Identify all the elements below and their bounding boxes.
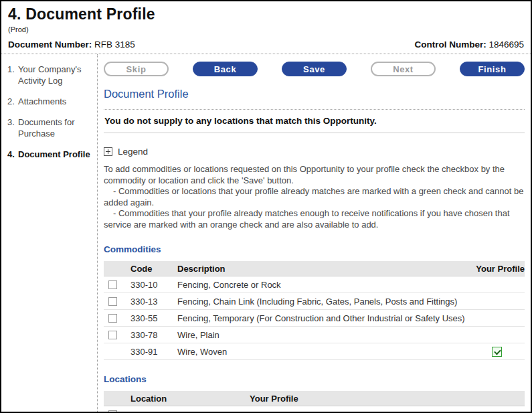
commodities-header-row: Code Description Your Profile [104,261,525,276]
commodity-code: 330-10 [130,280,177,290]
document-number-label: Document Number: [8,39,92,50]
sidebar-item-1[interactable]: 1.Your Company's Activity Log [7,64,94,86]
commodity-code: 330-91 [130,347,177,357]
commodity-checkbox-cell [104,280,130,289]
commodities-rows: 330-10Fencing, Concrete or Rock330-13Fen… [104,276,525,360]
commodity-row: 330-10Fencing, Concrete or Rock [104,276,525,293]
save-button[interactable]: Save [282,62,347,76]
page-body: 1.Your Company's Activity Log2.Attachmen… [1,54,531,412]
control-number-label: Control Number: [414,39,486,50]
instruction-line: - Commodities that your profile already … [104,208,525,230]
next-button[interactable]: Next [371,62,436,76]
locations-rows: North Valley [104,406,525,413]
location-name: North Valley [130,410,250,413]
location-checkbox-cell [104,410,130,413]
expand-plus-icon[interactable] [104,147,112,156]
control-number: Control Number: 1846695 [414,39,524,50]
locations-table: Location Your Profile North Valley [104,391,525,413]
finish-button[interactable]: Finish [460,62,525,76]
commodity-row: 330-78Wire, Plain [104,327,525,343]
sidebar-item-label: Document Profile [18,149,90,160]
sidebar-item-number: 1. [7,64,18,86]
commodity-checkbox[interactable] [108,331,117,339]
location-checkbox[interactable] [108,410,117,413]
sidebar-item-number: 3. [7,116,18,139]
skip-button[interactable]: Skip [104,62,169,76]
column-your-profile: Your Profile [250,394,525,404]
commodity-checkbox-cell [104,331,130,339]
commodity-checkbox[interactable] [108,314,117,323]
sidebar-nav: 1.Your Company's Activity Log2.Attachmen… [1,54,98,412]
document-number-value: RFB 3185 [94,39,135,50]
commodity-code: 330-55 [130,313,177,323]
notice-message: You do not supply to any locations that … [104,110,525,133]
commodity-description: Wire, Plain [177,330,468,340]
sidebar-item-label: Documents for Purchase [18,116,94,139]
document-info-bar: Document Number: RFB 3185 Control Number… [8,33,524,54]
commodity-code: 330-13 [130,297,177,307]
commodity-checkbox-cell [104,297,130,306]
instructions-text: To add commodities or locations requeste… [104,164,525,230]
commodity-description: Wire, Woven [177,347,468,357]
column-description: Description [177,264,468,274]
sidebar-item-label: Attachments [18,96,66,107]
sidebar-item-number: 4. [7,149,18,160]
toolbar: SkipBackSaveNextFinish [104,62,525,76]
commodity-row: 330-55Fencing, Temporary (For Constructi… [104,310,525,327]
environment-label: (Prod) [8,25,524,33]
document-number: Document Number: RFB 3185 [8,39,135,50]
sidebar-item-2[interactable]: 2.Attachments [7,96,94,107]
column-code: Code [130,264,177,274]
commodity-description: Fencing, Concrete or Rock [177,280,468,290]
section-title: Document Profile [104,88,525,100]
sidebar-item-4[interactable]: 4.Document Profile [7,149,94,160]
commodity-code: 330-78 [130,330,177,340]
page-header: 4. Document Profile (Prod) Document Numb… [1,1,531,54]
commodity-row: 330-13Fencing, Chain Link (Including Fab… [104,293,525,310]
commodities-title: Commodities [104,244,525,254]
back-button[interactable]: Back [193,62,258,76]
legend-label: Legend [118,147,148,157]
green-check-icon [492,347,502,357]
commodity-description: Fencing, Chain Link (Including Fabric, G… [177,297,468,307]
instruction-line: - Commodities or locations that your pro… [104,186,525,208]
commodity-row: 330-91Wire, Woven [104,343,525,360]
column-your-profile: Your Profile [468,264,525,274]
main-content: SkipBackSaveNextFinish Document Profile … [98,54,531,412]
sidebar-item-3[interactable]: 3.Documents for Purchase [7,116,94,139]
locations-title: Locations [104,374,525,384]
instruction-line: To add commodities or locations requeste… [104,164,525,186]
location-row: North Valley [104,406,525,413]
commodity-description: Fencing, Temporary (For Construction and… [177,313,468,323]
locations-header-row: Location Your Profile [104,391,525,406]
legend-toggle[interactable]: Legend [104,147,157,157]
commodity-checkbox[interactable] [108,297,117,306]
control-number-value: 1846695 [489,39,524,50]
commodity-checkbox-cell [104,314,130,323]
page-title: 4. Document Profile [8,5,524,23]
document-profile-page: 4. Document Profile (Prod) Document Numb… [0,0,532,413]
sidebar-item-label: Your Company's Activity Log [18,64,94,86]
commodity-profile-cell [468,347,525,357]
commodities-table: Code Description Your Profile 330-10Fenc… [104,261,525,360]
commodity-checkbox[interactable] [108,280,117,289]
column-location: Location [130,394,250,404]
sidebar-item-number: 2. [7,96,18,107]
